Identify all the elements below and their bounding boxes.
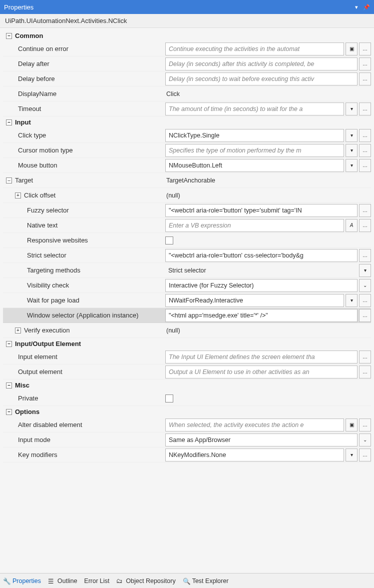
label-input-mode: Input mode [3,432,165,447]
pin-icon[interactable]: 📌 [363,4,370,10]
tab-object-repository[interactable]: 🗂 Object Repository [116,578,175,584]
properties-grid: – Common Continue on error Continue exec… [0,28,374,462]
dropdown-btn[interactable]: ▾ [346,159,358,172]
dropdown-btn[interactable]: ⌄ [359,434,371,446]
ellipsis-btn[interactable]: … [359,129,371,142]
row-strict-selector: Strict selector "<webctrl aria-role='but… [3,248,371,263]
outline-icon: ☰ [48,578,55,584]
group-common[interactable]: – Common [3,30,371,42]
ellipsis-btn[interactable]: … [359,309,371,322]
row-responsive-websites: Responsive websites [3,233,371,248]
label-cursor-motion-type: Cursor motion type [3,143,165,158]
row-wait-for-page-load: Wait for page load NWaitForReady.Interac… [3,293,371,308]
footer-tabs: 🔧 Properties ☰ Outline Error List 🗂 Obje… [0,573,374,588]
collapse-icon[interactable]: – [6,178,12,184]
wrench-icon: 🔧 [3,578,10,584]
collapse-icon[interactable]: – [6,382,12,388]
input-input-element[interactable]: The Input UI Element defines the screen … [165,350,358,364]
tab-outline[interactable]: ☰ Outline [48,578,77,584]
label-key-modifiers: Key modifiers [3,448,165,462]
input-cursor-motion-type[interactable]: Specifies the type of motion performed b… [165,144,344,157]
dropdown-btn[interactable]: ▾ [346,102,358,116]
input-click-type[interactable]: NClickType.Single [165,129,344,142]
ellipsis-btn[interactable]: … [359,102,371,116]
ellipsis-btn[interactable]: … [359,144,371,157]
label-click-offset: Click offset [24,192,55,199]
checkbox-responsive-websites[interactable] [165,236,173,244]
collapse-icon[interactable]: – [6,341,12,347]
dropdown-icon[interactable]: ▾ [355,4,358,10]
input-alter-disabled[interactable]: When selected, the activity executes the… [165,418,344,432]
collapse-icon[interactable]: – [6,33,12,39]
row-key-modifiers: Key modifiers NKeyModifiers.None ▾ … [3,448,371,462]
input-strict-selector[interactable]: "<webctrl aria-role='button' css-selecto… [165,249,358,262]
dropdown-btn[interactable]: ▾ [346,144,358,157]
ellipsis-btn[interactable]: … [359,159,371,172]
row-output-element: Output element Output a UI Element to us… [3,364,371,380]
input-delay-before[interactable]: Delay (in seconds) to wait before execut… [165,72,358,86]
ellipsis-btn[interactable]: … [359,366,371,378]
dropdown-btn[interactable]: ▾ [346,448,358,462]
input-mouse-button[interactable]: NMouseButton.Left [165,159,344,172]
group-misc[interactable]: – Misc [3,380,371,391]
tab-error-list[interactable]: Error List [84,578,110,584]
row-input-element: Input element The Input UI Element defin… [3,350,371,364]
input-output-element[interactable]: Output a UI Element to use in other acti… [165,366,358,378]
input-display-name[interactable]: Click [165,88,371,100]
row-fuzzy-selector: Fuzzy selector "<webctrl aria-role='butt… [3,203,371,218]
ellipsis-btn[interactable]: … [359,249,371,262]
label-delay-before: Delay before [3,72,165,86]
label-display-name: DisplayName [3,86,165,101]
value-verify-execution: (null) [165,324,371,337]
row-display-name: DisplayName Click [3,86,371,102]
dropdown-btn[interactable]: ▾ [346,129,358,142]
collapse-icon[interactable]: – [6,409,12,415]
input-timeout[interactable]: The amount of time (in seconds) to wait … [165,102,344,116]
input-key-modifiers[interactable]: NKeyModifiers.None [165,448,344,462]
ellipsis-btn[interactable]: … [359,58,371,70]
input-input-mode[interactable]: Same as App/Browser [165,434,358,446]
ellipsis-btn[interactable]: … [359,448,371,462]
dropdown-btn[interactable]: ⌄ [359,279,371,292]
collapse-icon[interactable]: – [6,120,12,126]
input-visibility-check[interactable]: Interactive (for Fuzzy Selector) [165,279,358,292]
input-targeting-methods[interactable]: Strict selector [165,264,358,277]
checkbox-btn[interactable]: ▣ [346,42,358,56]
tab-properties[interactable]: 🔧 Properties [3,578,41,584]
input-wait-for-page-load[interactable]: NWaitForReady.Interactive [165,294,344,307]
dropdown-btn[interactable]: ▾ [359,264,371,277]
input-fuzzy-selector[interactable]: "<webctrl aria-role='button' type='submi… [165,204,358,217]
ellipsis-btn[interactable]: … [359,294,371,307]
checkbox-btn[interactable]: ▣ [346,418,358,432]
panel-title: Properties [4,4,33,11]
row-visibility-check: Visibility check Interactive (for Fuzzy … [3,278,371,293]
checkbox-private[interactable] [165,394,173,402]
input-delay-after[interactable]: Delay (in seconds) after this activity i… [165,58,358,70]
input-native-text[interactable]: Enter a VB expression [165,219,344,232]
expand-icon[interactable]: + [15,328,21,334]
ellipsis-btn[interactable]: … [359,418,371,432]
label-mouse-button: Mouse button [3,158,165,172]
ellipsis-btn[interactable]: … [359,72,371,86]
group-options[interactable]: – Options [3,406,371,418]
ellipsis-btn[interactable]: … [359,204,371,217]
row-native-text: Native text Enter a VB expression A … [3,218,371,233]
expand-icon[interactable]: + [15,192,21,198]
ellipsis-btn[interactable]: … [359,219,371,232]
row-click-type: Click type NClickType.Single ▾ … [3,128,371,143]
label-target: Target [15,176,33,184]
value-click-offset: (null) [165,189,371,202]
tab-test-explorer[interactable]: 🔍 Test Explorer [183,578,229,584]
text-icon[interactable]: A [346,219,358,232]
row-targeting-methods: Targeting methods Strict selector ▾ [3,263,371,278]
ellipsis-btn[interactable]: … [359,42,371,56]
label-strict-selector: Strict selector [3,248,165,262]
row-cursor-motion-type: Cursor motion type Specifies the type of… [3,143,371,158]
input-window-selector[interactable]: "<html app='msedge.exe' title='*' />" [165,309,358,322]
ellipsis-btn[interactable]: … [359,350,371,364]
label-output-element: Output element [3,364,165,379]
dropdown-btn[interactable]: ▾ [346,294,358,307]
group-input[interactable]: – Input [3,116,371,128]
input-continue-on-error[interactable]: Continue executing the activities in the… [165,42,344,56]
group-io-element[interactable]: – Input/Output Element [3,338,371,350]
